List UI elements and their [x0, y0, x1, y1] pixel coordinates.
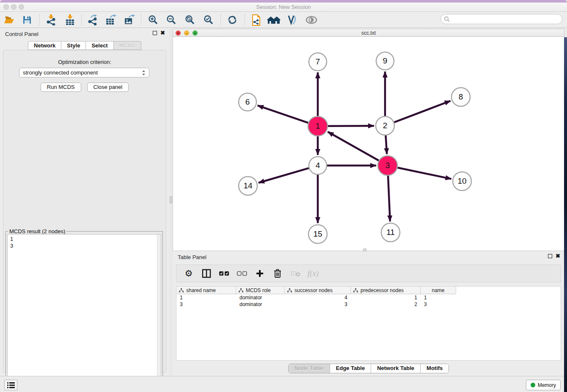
session-title: Session: New Session — [0, 4, 567, 10]
refresh-view-icon[interactable] — [225, 14, 239, 26]
import-table-icon[interactable] — [63, 14, 77, 26]
select-all-icon[interactable] — [219, 268, 230, 279]
splitter-handle[interactable] — [170, 196, 172, 203]
control-tab-mcds[interactable]: MCDS — [114, 41, 141, 50]
float-table-panel-icon[interactable] — [548, 254, 552, 258]
toolbar-search[interactable] — [440, 14, 562, 24]
network-view-titlebar[interactable]: ✕ − + scc.txt — [173, 29, 564, 37]
control-tab-network[interactable]: Network — [28, 41, 61, 50]
graph-node-11[interactable]: 11 — [381, 223, 400, 242]
deselect-all-icon[interactable] — [237, 268, 248, 279]
new-network-from-selection-icon[interactable] — [249, 14, 263, 26]
table-cell[interactable]: 3 — [176, 301, 236, 308]
toolbar-separator — [245, 14, 245, 25]
vertical-splitter[interactable] — [169, 29, 173, 375]
export-image-icon[interactable] — [122, 14, 136, 26]
graph-edge-4-14[interactable] — [259, 168, 309, 183]
add-column-icon[interactable] — [254, 268, 265, 279]
run-mcds-button[interactable]: Run MCDS — [41, 83, 81, 92]
horizontal-splitter-handle[interactable] — [363, 248, 366, 251]
import-network-icon[interactable] — [44, 14, 58, 26]
show-columns-icon[interactable] — [201, 268, 212, 279]
graph-edge-2-3[interactable] — [385, 135, 387, 154]
graph-node-14[interactable]: 14 — [239, 177, 257, 195]
window-titlebar[interactable]: Session: New Session — [0, 3, 567, 12]
toolbar-separator — [220, 14, 221, 25]
result-scrollbar[interactable] — [157, 235, 161, 390]
graph-edge-3-1[interactable] — [328, 132, 379, 160]
close-panel-icon[interactable]: ✖ — [160, 31, 165, 35]
table-cell[interactable]: 3 — [285, 301, 351, 308]
graph-node-1[interactable]: 1 — [308, 116, 328, 136]
network-canvas[interactable]: 7968124314101511 — [173, 37, 564, 251]
mcds-result-node: 1 — [10, 236, 158, 243]
column-header-MCDS-role[interactable]: MCDS role — [236, 287, 285, 294]
save-session-icon[interactable] — [20, 14, 34, 26]
tab-motifs[interactable]: Motifs — [420, 364, 449, 373]
column-header-name[interactable]: name — [421, 287, 456, 294]
control-panel-title: Control Panel — [5, 31, 39, 37]
memory-label: Memory — [538, 382, 556, 388]
zoom-selected-icon[interactable] — [201, 14, 216, 26]
tab-network-table[interactable]: Network Table — [371, 364, 420, 373]
memory-button[interactable]: Memory — [526, 380, 561, 390]
function-builder-icon[interactable]: f(x) — [308, 268, 319, 279]
table-row[interactable]: 3dominator323 — [176, 301, 561, 308]
table-cell[interactable]: 2 — [351, 301, 421, 308]
main-toolbar — [0, 12, 567, 28]
mcds-result-area[interactable]: 13 — [7, 234, 161, 390]
column-header-label: shared name — [186, 287, 216, 293]
apply-style-icon[interactable] — [285, 14, 300, 26]
graph-node-8[interactable]: 8 — [451, 88, 470, 106]
tab-edge-table[interactable]: Edge Table — [330, 364, 371, 373]
graph-node-2[interactable]: 2 — [376, 116, 394, 135]
zoom-in-icon[interactable] — [146, 14, 160, 26]
apply-preferred-layout-icon[interactable] — [267, 14, 281, 26]
column-header-predecessor-nodes[interactable]: predecessor nodes — [351, 287, 421, 294]
table-cell[interactable]: 3 — [421, 301, 456, 308]
graph-node-4[interactable]: 4 — [309, 157, 327, 174]
table-cell[interactable]: 1 — [421, 294, 456, 301]
delete-column-icon[interactable] — [272, 268, 283, 279]
graph-edge-3-10[interactable] — [397, 168, 451, 179]
table-options-icon[interactable]: ⚙ — [183, 268, 194, 279]
control-tab-style[interactable]: Style — [61, 41, 86, 50]
delete-table-icon[interactable] — [290, 268, 301, 279]
search-input[interactable] — [450, 16, 562, 22]
node-table[interactable]: shared nameMCDS rolesuccessor nodesprede… — [176, 286, 561, 361]
table-cell[interactable]: 1 — [176, 294, 236, 301]
float-panel-icon[interactable] — [153, 31, 157, 35]
open-file-icon[interactable] — [2, 14, 17, 26]
close-table-panel-icon[interactable]: ✖ — [556, 254, 560, 258]
column-header-successor-nodes[interactable]: successor nodes — [285, 287, 351, 294]
table-cell[interactable]: 4 — [285, 294, 351, 301]
graph-edge-1-2[interactable] — [328, 126, 374, 126]
graph-node-15[interactable]: 15 — [308, 225, 327, 243]
graph-edge-1-6[interactable] — [258, 105, 308, 123]
tab-node-table[interactable]: Node Table — [289, 364, 330, 373]
zoom-fit-icon[interactable] — [183, 14, 197, 26]
task-history-button[interactable] — [4, 380, 17, 390]
table-cell[interactable]: dominator — [236, 294, 285, 301]
graph-node-7[interactable]: 7 — [309, 53, 327, 71]
table-cell[interactable]: dominator — [236, 301, 285, 308]
control-tab-select[interactable]: Select — [86, 41, 113, 50]
graph-node-6[interactable]: 6 — [239, 93, 256, 111]
table-cell[interactable]: 1 — [351, 294, 421, 301]
tree-icon — [239, 288, 243, 293]
graph-edge-2-8[interactable] — [394, 101, 451, 122]
criterion-dropdown[interactable]: strongly connected component — [19, 68, 149, 77]
mcds-result-node: 3 — [10, 243, 158, 249]
show-hide-graphics-icon[interactable] — [304, 14, 319, 26]
export-network-icon[interactable] — [85, 14, 99, 26]
column-header-shared-name[interactable]: shared name — [176, 287, 236, 294]
graph-node-10[interactable]: 10 — [453, 172, 471, 190]
graph-node-3[interactable]: 3 — [378, 156, 397, 175]
graph-node-9[interactable]: 9 — [376, 52, 394, 70]
graph-edge-3-11[interactable] — [388, 176, 390, 221]
table-row[interactable]: 1dominator411 — [176, 294, 561, 301]
export-table-icon[interactable] — [103, 14, 118, 26]
zoom-out-icon[interactable] — [164, 14, 179, 26]
close-panel-button[interactable]: Close panel — [87, 83, 129, 92]
search-icon — [444, 16, 450, 22]
